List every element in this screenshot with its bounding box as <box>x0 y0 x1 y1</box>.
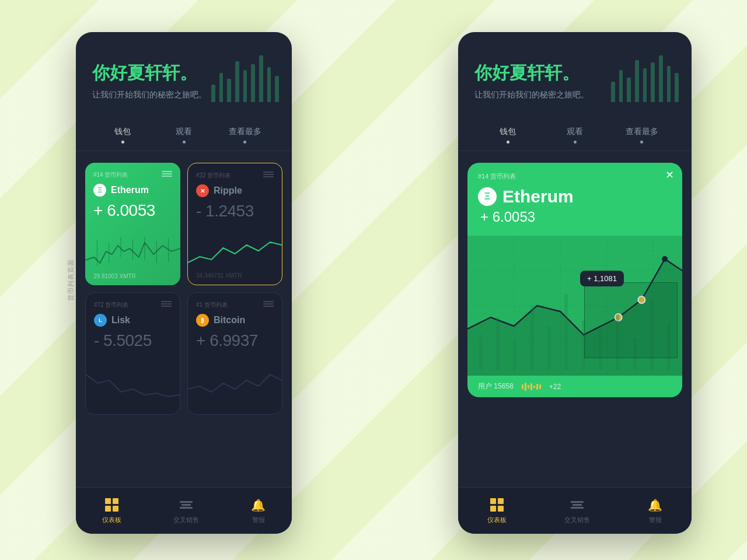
candle-container <box>467 236 682 376</box>
xrp-mini-chart <box>188 233 282 268</box>
tab-watch-right[interactable]: 观看 <box>542 126 609 150</box>
chart-tooltip: + 1,1081 <box>580 271 624 286</box>
detail-coin-name: Etherum <box>502 187 574 206</box>
card-lisk[interactable]: #72 货币列表 L Lisk - 5.5025 <box>85 292 180 415</box>
left-header: 你好夏轩轩。 让我们开始我们的秘密之旅吧。 <box>76 32 292 126</box>
detail-chart-area: + 1,1081 <box>467 236 682 376</box>
eth-value: + 6.0053 <box>93 201 172 220</box>
btc-name: Bitcoin <box>214 315 245 326</box>
detail-card-tag: #14 货币列表 <box>478 172 672 181</box>
lisk-value: - 5.5025 <box>94 331 172 350</box>
nav-crosssell-label-right: 交叉销售 <box>564 516 590 524</box>
left-tabs: 钱包 观看 查看最多 <box>76 126 292 151</box>
xrp-value: - 1.2453 <box>196 202 274 220</box>
eth-name: Etherum <box>111 185 149 195</box>
eth-footer: 29.81003 XMTR <box>93 273 136 279</box>
nav-bell-left[interactable]: 🔔 警报 <box>251 498 266 524</box>
nav-crosssell-label-left: 交叉销售 <box>173 516 199 524</box>
detail-footer: 用户 15658 +22 <box>467 376 682 397</box>
detail-card[interactable]: #14 货币列表 ✕ Ξ Etherum + 6.0053 <box>467 163 682 397</box>
phone-left: 你好夏轩轩。 让我们开始我们的秘密之旅吧。 钱包 观看 查看最多 #14 货币列… <box>76 32 292 534</box>
card-eth-coinrow: Ξ Etherum <box>93 184 172 197</box>
nav-bell-label-left: 警报 <box>252 516 265 524</box>
left-bottom-nav: 仪表板 交叉销售 🔔 警报 <box>76 487 292 534</box>
card-eth-menu[interactable] <box>162 171 172 177</box>
tab-wallet-left[interactable]: 钱包 <box>92 126 153 150</box>
xrp-icon: ✕ <box>196 184 209 197</box>
detail-value: + 6.0053 <box>478 209 672 225</box>
nav-dashboard-label-right: 仪表板 <box>487 516 507 524</box>
crosssell-icon-left <box>180 501 193 509</box>
lisk-icon: L <box>94 314 107 327</box>
tab-top-right[interactable]: 查看最多 <box>608 126 675 150</box>
card-btc-tag: #1 货币列表 <box>196 301 274 309</box>
eth-mini-chart <box>85 234 180 269</box>
detail-card-header: #14 货币列表 ✕ Ξ Etherum + 6.0053 <box>467 163 682 236</box>
tab-watch-left[interactable]: 观看 <box>153 126 215 150</box>
nav-crosssell-left[interactable]: 交叉销售 <box>173 498 199 524</box>
card-xrp-tag: #22 货币列表 <box>196 172 274 180</box>
lisk-mini-chart <box>86 363 180 398</box>
lisk-name: Lisk <box>111 315 130 326</box>
nav-bell-right[interactable]: 🔔 警报 <box>648 498 663 524</box>
phone-right: 你好夏轩轩。 让我们开始我们的秘密之旅吧。 钱包 观看 查看最多 #14 货币列… <box>458 32 692 534</box>
crosssell-icon-right <box>571 501 584 509</box>
nav-dashboard-right[interactable]: 仪表板 <box>487 498 507 524</box>
card-lisk-menu[interactable] <box>161 301 172 307</box>
detail-coin-row: Ξ Etherum <box>478 187 672 206</box>
cards-grid-left: #14 货币列表 Ξ Etherum + 6.0053 29.81 <box>76 163 292 415</box>
btc-icon: ₿ <box>196 314 209 327</box>
nav-dashboard-left[interactable]: 仪表板 <box>102 498 121 524</box>
detail-footer-users: 用户 15658 <box>478 382 514 391</box>
nav-dashboard-label-left: 仪表板 <box>102 516 121 524</box>
detail-close-button[interactable]: ✕ <box>665 170 674 180</box>
right-header-bg-chart <box>610 55 680 108</box>
card-btc-coinrow: ₿ Bitcoin <box>196 314 274 327</box>
eth-icon: Ξ <box>93 184 106 197</box>
detail-footer-change: +22 <box>549 383 561 391</box>
right-bottom-nav: 仪表板 交叉销售 🔔 警报 <box>458 487 692 534</box>
bell-icon-right: 🔔 <box>648 499 662 511</box>
header-bg-chart <box>210 55 280 108</box>
card-eth-tag: #14 货币列表 <box>93 171 172 179</box>
card-btc[interactable]: #1 货币列表 ₿ Bitcoin + 6.9937 <box>187 292 282 415</box>
dashboard-icon-left <box>105 498 118 512</box>
card-eth[interactable]: #14 货币列表 Ξ Etherum + 6.0053 29.81 <box>85 163 180 285</box>
right-tabs: 钱包 观看 查看最多 <box>458 126 692 151</box>
card-btc-menu[interactable] <box>263 301 274 307</box>
card-lisk-coinrow: L Lisk <box>94 314 172 327</box>
nav-bell-label-right: 警报 <box>649 516 662 524</box>
right-header: 你好夏轩轩。 让我们开始我们的秘密之旅吧。 <box>458 32 692 126</box>
btc-mini-chart <box>188 363 282 398</box>
detail-footer-wave <box>522 383 541 391</box>
card-xrp-menu[interactable] <box>263 172 274 177</box>
nav-crosssell-right[interactable]: 交叉销售 <box>564 498 590 524</box>
side-label-left: 货币列表页面 <box>67 259 75 301</box>
xrp-footer: 34.345731 XMTR <box>196 272 242 279</box>
btc-value: + 6.9937 <box>196 331 274 350</box>
tab-top-left[interactable]: 查看最多 <box>214 126 275 150</box>
card-xrp-coinrow: ✕ Ripple <box>196 184 274 197</box>
xrp-name: Ripple <box>214 186 242 196</box>
tab-wallet-right[interactable]: 钱包 <box>474 126 542 150</box>
dashboard-icon-right <box>490 498 504 512</box>
bell-icon-left: 🔔 <box>251 499 266 511</box>
detail-eth-icon: Ξ <box>478 187 497 206</box>
card-xrp[interactable]: #22 货币列表 ✕ Ripple - 1.2453 34.345731 XMT… <box>187 163 282 285</box>
card-lisk-tag: #72 货币列表 <box>94 301 172 309</box>
